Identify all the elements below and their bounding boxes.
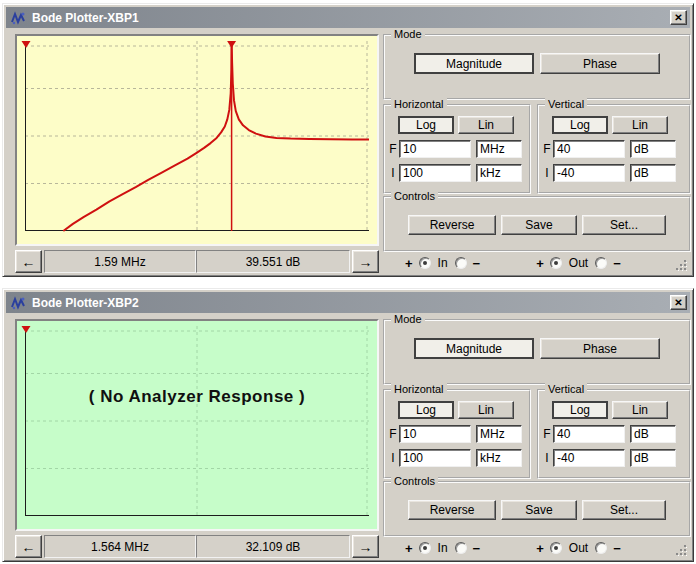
vertical-i-input[interactable] (553, 449, 625, 467)
vertical-f-unit: dB (630, 140, 676, 158)
vertical-groupbox: Vertical Log Lin F dB I dB (537, 104, 691, 194)
mode-label: Mode (391, 313, 425, 325)
frequency-readout: 1.59 MHz (44, 250, 196, 273)
window-title: Bode Plotter-XBP2 (32, 296, 670, 310)
in-minus-sign: − (473, 256, 481, 271)
horizontal-i-input[interactable] (399, 164, 471, 182)
vertical-f-input[interactable] (553, 140, 625, 158)
horizontal-log-button[interactable]: Log (398, 401, 454, 419)
horizontal-lin-button[interactable]: Lin (458, 401, 514, 419)
io-row: + In − + Out − (383, 254, 673, 272)
vertical-lin-button[interactable]: Lin (612, 116, 668, 134)
horizontal-i-label: I (387, 166, 399, 180)
cursor-right-button[interactable]: → (352, 250, 379, 273)
vertical-i-input[interactable] (553, 164, 625, 182)
in-label: In (438, 541, 448, 555)
mode-groupbox: Mode Magnitude Phase (383, 34, 691, 100)
reverse-button[interactable]: Reverse (408, 215, 496, 235)
resize-grip[interactable] (675, 544, 688, 557)
level-readout: 32.109 dB (196, 535, 350, 558)
magnitude-button[interactable]: Magnitude (414, 338, 534, 359)
horizontal-f-unit: MHz (476, 425, 522, 443)
out-label: Out (569, 541, 588, 555)
window-title: Bode Plotter-XBP1 (32, 11, 670, 25)
out-minus-radio[interactable] (595, 542, 607, 554)
vertical-label: Vertical (545, 98, 587, 110)
horizontal-f-unit: MHz (476, 140, 522, 158)
out-terminal-group: + Out − (536, 256, 621, 271)
vertical-i-unit: dB (630, 449, 676, 467)
mode-label: Mode (391, 28, 425, 40)
phase-button[interactable]: Phase (540, 338, 660, 359)
vertical-i-label: I (541, 166, 553, 180)
horizontal-groupbox: Horizontal Log Lin F MHz I kHz (383, 389, 531, 479)
out-terminal-group: + Out − (536, 541, 621, 556)
vertical-log-button[interactable]: Log (552, 401, 608, 419)
cursor-left-button[interactable]: ← (15, 250, 42, 273)
close-icon[interactable]: ✕ (670, 10, 687, 25)
in-minus-radio[interactable] (455, 257, 467, 269)
arrow-right-icon: → (359, 254, 373, 270)
vertical-label: Vertical (545, 383, 587, 395)
frequency-readout: 1.564 MHz (44, 535, 196, 558)
plot-area (17, 36, 377, 244)
horizontal-i-unit: kHz (476, 449, 522, 467)
horizontal-log-button[interactable]: Log (398, 116, 454, 134)
no-analyzer-response-message: ( No Analyzer Response ) (17, 387, 377, 407)
in-plus-radio[interactable] (419, 542, 431, 554)
cursor-triangle-icon[interactable] (227, 41, 236, 48)
left-cursor-triangle-icon[interactable] (22, 41, 31, 48)
controls-groupbox: Controls Reverse Save Set... (383, 196, 691, 252)
save-button[interactable]: Save (501, 215, 577, 235)
vertical-log-button[interactable]: Log (552, 116, 608, 134)
horizontal-label: Horizontal (391, 98, 447, 110)
horizontal-f-label: F (387, 142, 399, 156)
vertical-f-input[interactable] (553, 425, 625, 443)
in-terminal-group: + In − (405, 541, 480, 556)
plot-axes (25, 326, 369, 516)
phase-button[interactable]: Phase (540, 53, 660, 74)
vertical-i-label: I (541, 451, 553, 465)
controls-label: Controls (391, 475, 438, 487)
in-minus-radio[interactable] (455, 542, 467, 554)
horizontal-f-label: F (387, 427, 399, 441)
vertical-groupbox: Vertical Log Lin F dB I dB (537, 389, 691, 479)
set-button[interactable]: Set... (582, 500, 666, 520)
horizontal-groupbox: Horizontal Log Lin F MHz I kHz (383, 104, 531, 194)
set-button[interactable]: Set... (582, 215, 666, 235)
vertical-f-label: F (541, 427, 553, 441)
vertical-f-unit: dB (630, 425, 676, 443)
in-minus-sign: − (473, 541, 481, 556)
horizontal-i-input[interactable] (399, 449, 471, 467)
horizontal-i-label: I (387, 451, 399, 465)
controls-label: Controls (391, 190, 438, 202)
titlebar[interactable]: Bode Plotter-XBP1 ✕ (6, 7, 690, 28)
cursor-left-button[interactable]: ← (15, 535, 42, 558)
grid-lines (25, 41, 369, 231)
out-minus-radio[interactable] (595, 257, 607, 269)
close-icon[interactable]: ✕ (670, 295, 687, 310)
out-plus-radio[interactable] (550, 257, 562, 269)
out-minus-sign: − (613, 256, 621, 271)
titlebar[interactable]: Bode Plotter-XBP2 ✕ (6, 292, 690, 313)
plot-axes (25, 41, 369, 231)
vertical-lin-button[interactable]: Lin (612, 401, 668, 419)
resize-grip[interactable] (675, 259, 688, 272)
horizontal-label: Horizontal (391, 383, 447, 395)
horizontal-lin-button[interactable]: Lin (458, 116, 514, 134)
bode-plotter-app-icon (11, 296, 27, 310)
horizontal-f-input[interactable] (399, 140, 471, 158)
save-button[interactable]: Save (501, 500, 577, 520)
in-plus-radio[interactable] (419, 257, 431, 269)
in-terminal-group: + In − (405, 256, 480, 271)
out-label: Out (569, 256, 588, 270)
horizontal-f-input[interactable] (399, 425, 471, 443)
arrow-right-icon: → (359, 539, 373, 555)
readout-bar: ← 1.564 MHz 32.109 dB → (15, 535, 379, 558)
left-cursor-triangle-icon[interactable] (22, 326, 31, 333)
cursor-right-button[interactable]: → (352, 535, 379, 558)
reverse-button[interactable]: Reverse (408, 500, 496, 520)
out-plus-radio[interactable] (550, 542, 562, 554)
magnitude-button[interactable]: Magnitude (414, 53, 534, 74)
vertical-f-label: F (541, 142, 553, 156)
